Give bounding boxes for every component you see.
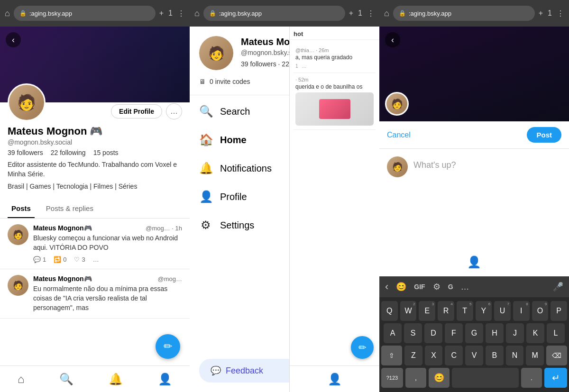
key-Z[interactable]: Z <box>404 346 422 365</box>
p3-tab-count[interactable]: 1 <box>548 9 552 18</box>
p2-add-tab-icon[interactable]: + <box>349 9 353 18</box>
key-T[interactable]: T5 <box>457 301 473 321</box>
p3-keyboard: ‹ 😊 GIF ⚙ G … 🎤 Q W2 E3 R4 T5 Y6 U7 I8 O… <box>379 276 569 392</box>
p1-browser-home-icon[interactable]: ⌂ <box>5 9 10 18</box>
p1-post-content-2: Mateus Mognon🎮 @mog… Eu normalmente não … <box>33 275 182 312</box>
key-U[interactable]: U7 <box>494 301 511 321</box>
p2-more-icon[interactable]: ⋮ <box>367 9 375 18</box>
key-M[interactable]: M <box>526 346 544 365</box>
key-P[interactable]: P <box>551 301 567 321</box>
key-Y[interactable]: Y6 <box>476 301 492 321</box>
p1-repost-action-1[interactable]: 🔁 0 <box>54 256 66 263</box>
p1-url-bar[interactable]: 🔒 :aging.bsky.app <box>14 6 156 21</box>
p2-settings-label: Settings <box>220 220 254 231</box>
key-E[interactable]: E3 <box>419 301 435 321</box>
p1-reply-action-1[interactable]: 💬 1 <box>33 256 46 263</box>
p3-add-tab-icon[interactable]: + <box>539 9 543 18</box>
key-B[interactable]: B <box>486 346 504 365</box>
p2-browser-bar: ⌂ 🔒 :aging.bsky.app + 1 ⋮ <box>190 0 379 27</box>
key-F[interactable]: F <box>445 323 463 343</box>
p3-composer-header: Cancel Post <box>379 121 569 149</box>
p1-profile-more-button[interactable]: … <box>166 103 182 119</box>
key-Q[interactable]: Q <box>381 301 398 321</box>
p2-notifications-label: Notifications <box>220 163 272 174</box>
key-L[interactable]: L <box>547 323 565 343</box>
p3-kb-back-icon[interactable]: ‹ <box>385 281 388 293</box>
settings-icon: ⚙ <box>199 219 212 232</box>
key-J[interactable]: J <box>506 323 524 343</box>
key-backspace[interactable]: ⌫ <box>546 346 567 365</box>
key-space[interactable] <box>452 368 519 388</box>
p3-kb-translate-icon[interactable]: G <box>448 283 453 291</box>
p1-like-action-1[interactable]: ♡ 3 <box>74 256 85 263</box>
p1-add-tab-icon[interactable]: + <box>159 9 164 18</box>
p3-kb-more-icon[interactable]: … <box>461 282 469 292</box>
p1-interests: Brasil | Games | Tecnologia | Filmes | S… <box>8 182 182 190</box>
p1-nav-profile-icon[interactable]: 👤 <box>158 373 172 386</box>
key-H[interactable]: H <box>486 323 504 343</box>
p3-post-button[interactable]: Post <box>527 127 561 143</box>
p1-back-button[interactable]: ‹ <box>6 32 21 47</box>
p3-kb-emoji-icon[interactable]: 😊 <box>396 282 406 292</box>
p1-more-icon[interactable]: ⋮ <box>177 9 185 18</box>
p2-tab-count[interactable]: 1 <box>358 9 362 18</box>
p3-browser-home-icon[interactable]: ⌂ <box>384 9 389 18</box>
p1-compose-fab[interactable]: ✏ <box>156 334 180 359</box>
p3-back-button[interactable]: ‹ <box>385 32 400 47</box>
key-I[interactable]: I8 <box>513 301 530 321</box>
p1-posts-count: 15 posts <box>93 149 119 156</box>
p2-search-label: Search <box>220 106 250 117</box>
key-num-switch[interactable]: ?123 <box>381 368 403 388</box>
table-row: 🧑 Mateus Mognon🎮 @mog… Eu normalmente nã… <box>0 269 190 319</box>
p1-nav-notifications-icon[interactable]: 🔔 <box>109 373 123 386</box>
key-shift[interactable]: ⇧ <box>381 346 402 365</box>
tab-posts-replies[interactable]: Posts & replies <box>42 200 97 218</box>
key-A[interactable]: A <box>384 323 402 343</box>
p1-tabs: Posts Posts & replies <box>0 200 190 219</box>
tab-posts[interactable]: Posts <box>8 200 35 218</box>
p2-compose-fab[interactable]: ✏ <box>351 336 374 359</box>
p1-following-count: 22 following <box>51 149 86 156</box>
p3-kb-gif-label[interactable]: GIF <box>414 283 425 291</box>
key-emoji[interactable]: 😊 <box>429 368 450 388</box>
p3-kb-settings-icon[interactable]: ⚙ <box>433 282 441 292</box>
p1-nav-search-icon[interactable]: 🔍 <box>59 373 73 386</box>
key-enter[interactable]: ↵ <box>544 368 567 388</box>
p1-nav-home-icon[interactable]: ⌂ <box>18 373 25 386</box>
p1-more-action-1[interactable]: … <box>93 256 99 263</box>
list-item: · 52m querida e o de baunilha os <box>294 73 376 130</box>
p2-browser-home-icon[interactable]: ⌂ <box>194 9 200 18</box>
table-row: 🧑 Mateus Mognon🎮 @mog… · 1h Bluesky come… <box>0 219 190 269</box>
home-icon: 🏠 <box>199 133 212 146</box>
key-period[interactable]: . <box>521 368 542 388</box>
p1-edit-profile-button[interactable]: Edit Profile <box>111 104 162 119</box>
key-comma[interactable]: , <box>405 368 426 388</box>
key-S[interactable]: S <box>404 323 422 343</box>
key-W[interactable]: W2 <box>400 301 417 321</box>
p3-kb-mic-icon[interactable]: 🎤 <box>553 282 563 292</box>
key-G[interactable]: G <box>465 323 483 343</box>
p3-url-bar[interactable]: 🔒 :aging.bsky.app <box>393 6 535 21</box>
p3-whats-up-placeholder[interactable]: What's up? <box>413 156 456 177</box>
p3-browser-bar: ⌂ 🔒 :aging.bsky.app + 1 ⋮ <box>379 0 569 27</box>
key-O[interactable]: O9 <box>532 301 549 321</box>
key-N[interactable]: N <box>506 346 524 365</box>
p1-bio: Editor assistente do TecMundo. Trabalhan… <box>8 160 182 179</box>
key-C[interactable]: C <box>445 346 463 365</box>
key-D[interactable]: D <box>424 323 442 343</box>
key-K[interactable]: K <box>526 323 544 343</box>
key-R[interactable]: R4 <box>438 301 454 321</box>
p3-cancel-button[interactable]: Cancel <box>387 131 411 139</box>
p1-tab-count[interactable]: 1 <box>168 9 173 18</box>
key-V[interactable]: V <box>465 346 483 365</box>
p2-url-bar[interactable]: 🔒 :aging.bsky.app <box>203 6 345 21</box>
p1-handle: @mognon.bsky.social <box>8 138 182 146</box>
notifications-icon: 🔔 <box>199 162 212 175</box>
key-X[interactable]: X <box>425 346 443 365</box>
feedback-icon: 💬 <box>211 365 221 376</box>
p3-bottom-profile-icon[interactable]: 👤 <box>467 255 481 269</box>
p2-feed-meta-2: · 52m <box>295 77 374 82</box>
p2-nav-profile-icon[interactable]: 👤 <box>328 373 342 386</box>
p2-feed-text-2: querida e o de baunilha os <box>295 83 374 91</box>
p3-more-icon[interactable]: ⋮ <box>557 9 564 18</box>
